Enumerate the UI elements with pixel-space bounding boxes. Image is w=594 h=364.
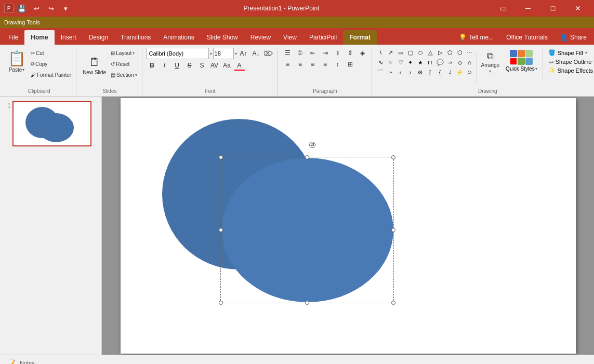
shape-line[interactable]: \ bbox=[376, 48, 386, 57]
office-tutorials-button[interactable]: Office Tutorials bbox=[501, 30, 553, 45]
shape-more[interactable]: ⋯ bbox=[465, 48, 474, 57]
align-center-button[interactable]: ≡ bbox=[295, 59, 306, 70]
shape-heart[interactable]: ♡ bbox=[396, 58, 405, 67]
shape-rect[interactable]: ▭ bbox=[396, 48, 405, 57]
save-button[interactable]: 💾 bbox=[16, 2, 28, 15]
shape-curve[interactable]: ∿ bbox=[376, 58, 386, 67]
arrange-button[interactable]: ⧉ Arrange ▾ bbox=[479, 48, 502, 77]
tab-slideshow[interactable]: Slide Show bbox=[201, 30, 244, 45]
tab-format[interactable]: Format bbox=[343, 30, 377, 45]
minimize-button[interactable]: ─ bbox=[516, 0, 540, 17]
rotate-handle[interactable]: ↺ bbox=[309, 142, 315, 148]
font-name-input[interactable] bbox=[147, 48, 209, 59]
shape-arc[interactable]: ⌒ bbox=[376, 68, 386, 77]
font-color-button[interactable]: A bbox=[234, 60, 245, 71]
new-slide-button[interactable]: 🗒 New Slide bbox=[81, 48, 108, 83]
clear-format-button[interactable]: ⌦ bbox=[263, 48, 274, 59]
tab-transitions[interactable]: Transitions bbox=[114, 30, 157, 45]
format-painter-button[interactable]: 🖌 Format Painter bbox=[29, 70, 73, 80]
line-spacing-button[interactable]: ↕ bbox=[332, 59, 344, 70]
shape-callout[interactable]: 💬 bbox=[435, 58, 445, 67]
ribbon-display-button[interactable]: ▭ bbox=[491, 0, 515, 17]
shape-smiley[interactable]: ☺ bbox=[465, 68, 474, 77]
change-case-button[interactable]: Aa bbox=[221, 60, 233, 71]
shape-chevron-right[interactable]: › bbox=[406, 68, 415, 77]
slide-thumbnail[interactable] bbox=[12, 101, 91, 146]
shape-fill-button[interactable]: 🪣 Shape Fill ▾ bbox=[546, 49, 594, 57]
paste-button[interactable]: 📋 Paste ▾ bbox=[5, 48, 28, 77]
shape-lightning[interactable]: ⚡ bbox=[455, 68, 465, 77]
shape-star4[interactable]: ✦ bbox=[406, 58, 415, 67]
decrease-font-button[interactable]: A↓ bbox=[250, 48, 262, 59]
shape-oval[interactable]: ⬭ bbox=[416, 48, 425, 57]
numbering-button[interactable]: ① bbox=[295, 48, 306, 58]
tab-insert[interactable]: Insert bbox=[55, 30, 83, 45]
shape-roundrect[interactable]: ▢ bbox=[406, 48, 415, 57]
tab-animations[interactable]: Animations bbox=[157, 30, 200, 45]
shape-arrow[interactable]: ↗ bbox=[386, 48, 395, 57]
align-right-button[interactable]: ≡ bbox=[307, 59, 319, 70]
increase-indent-button[interactable]: ⇥ bbox=[320, 48, 331, 58]
undo-button[interactable]: ↩ bbox=[30, 2, 43, 15]
strikethrough-button[interactable]: S bbox=[184, 60, 195, 71]
slide-canvas[interactable]: ↺ bbox=[121, 98, 576, 354]
redo-button[interactable]: ↪ bbox=[45, 2, 57, 15]
shape-rtarrow[interactable]: ▷ bbox=[435, 48, 445, 57]
shape-diamond[interactable]: ◇ bbox=[455, 58, 465, 67]
tab-view[interactable]: View bbox=[277, 30, 303, 45]
handle-tr[interactable] bbox=[391, 155, 395, 159]
shape-chevron-left[interactable]: ‹ bbox=[396, 68, 405, 77]
shape-brace[interactable]: { bbox=[435, 68, 445, 77]
copy-button[interactable]: ⧉ Copy bbox=[29, 59, 73, 69]
italic-button[interactable]: I bbox=[159, 60, 170, 71]
shape-block-arrow[interactable]: ⇒ bbox=[445, 58, 455, 67]
tab-review[interactable]: Review bbox=[244, 30, 277, 45]
reset-button[interactable]: ↺ Reset bbox=[109, 59, 138, 69]
text-shadow-button[interactable]: S bbox=[196, 60, 208, 71]
shape-no[interactable]: ⊗ bbox=[416, 68, 425, 77]
tab-design[interactable]: Design bbox=[83, 30, 114, 45]
tell-me-button[interactable]: 💡 Tell me... bbox=[454, 30, 499, 45]
decrease-indent-button[interactable]: ⇤ bbox=[307, 48, 319, 58]
align-left-button[interactable]: ≡ bbox=[282, 59, 294, 70]
shape-freeform[interactable]: ≈ bbox=[386, 58, 395, 67]
shape-star5[interactable]: ★ bbox=[416, 58, 425, 67]
font-size-input[interactable] bbox=[213, 48, 234, 59]
shape-circle2[interactable] bbox=[222, 158, 393, 302]
shapes-panel: \ ↗ ▭ ▢ ⬭ △ ▷ ⬠ ⬡ ⋯ ∿ ≈ ♡ ✦ ★ ⊓ 💬 bbox=[376, 48, 474, 77]
close-button[interactable]: ✕ bbox=[566, 0, 590, 17]
shape-note[interactable]: ♩ bbox=[445, 68, 455, 77]
columns-button[interactable]: ⫴ bbox=[332, 48, 344, 58]
maximize-button[interactable]: □ bbox=[541, 0, 565, 17]
cut-button[interactable]: ✂ Cut bbox=[29, 48, 73, 58]
shape-pentagon[interactable]: ⬠ bbox=[445, 48, 455, 57]
shape-hexagon[interactable]: ⬡ bbox=[455, 48, 465, 57]
tab-participoll[interactable]: ParticiPoll bbox=[303, 30, 343, 45]
layout-button[interactable]: ⊞ Layout ▾ bbox=[109, 48, 138, 58]
shape-squiggle[interactable]: ~ bbox=[386, 68, 395, 77]
justify-button[interactable]: ≡ bbox=[320, 59, 331, 70]
increase-font-button[interactable]: A↑ bbox=[238, 48, 249, 59]
bold-button[interactable]: B bbox=[147, 60, 158, 71]
bullets-button[interactable]: ☰ bbox=[282, 48, 294, 58]
handle-bl[interactable] bbox=[219, 301, 223, 305]
add-column-button[interactable]: ⊞ bbox=[345, 59, 356, 70]
shape-triangle[interactable]: △ bbox=[426, 48, 435, 57]
tab-home[interactable]: Home bbox=[24, 30, 54, 45]
text-direction-button[interactable]: ⇕ bbox=[345, 48, 356, 58]
shape-bracket[interactable]: [ bbox=[426, 68, 435, 77]
char-spacing-button[interactable]: AV bbox=[209, 60, 220, 71]
share-button[interactable]: 👤 Share bbox=[555, 30, 592, 45]
notes-label[interactable]: Notes bbox=[20, 360, 35, 365]
shape-ribbon[interactable]: ⊓ bbox=[426, 58, 435, 67]
smartart-button[interactable]: ◈ bbox=[357, 48, 368, 58]
quick-styles-button[interactable]: Quick Styles ▾ bbox=[504, 48, 539, 74]
handle-br[interactable] bbox=[391, 301, 395, 305]
tab-file[interactable]: File bbox=[2, 30, 24, 45]
shape-trapezoid[interactable]: ⌂ bbox=[465, 58, 474, 67]
customize-button[interactable]: ▾ bbox=[59, 2, 72, 15]
shape-outline-button[interactable]: ▭ Shape Outline ▾ bbox=[546, 58, 594, 65]
shape-effects-button[interactable]: ✨ Shape Effects ▾ bbox=[546, 66, 594, 74]
underline-button[interactable]: U bbox=[171, 60, 183, 71]
section-button[interactable]: ▤ Section ▾ bbox=[109, 70, 138, 80]
